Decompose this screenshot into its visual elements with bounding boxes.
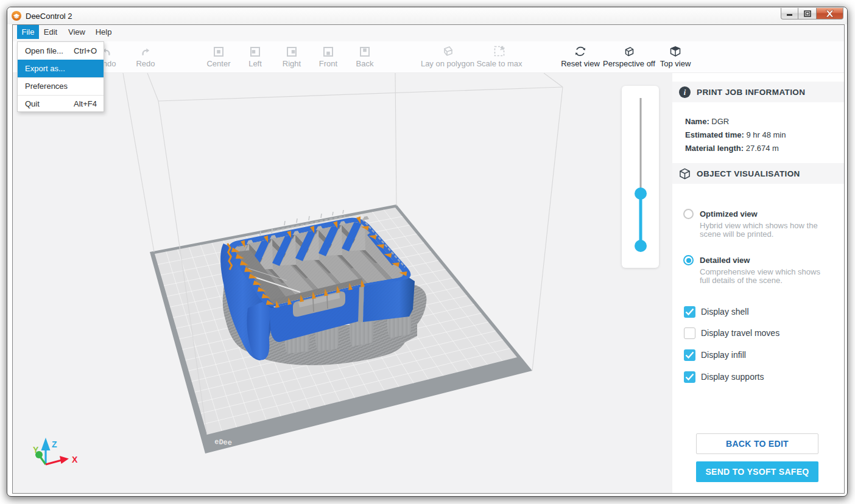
svg-text:Y: Y bbox=[33, 445, 39, 455]
svg-text:X: X bbox=[72, 455, 78, 464]
svg-text:Z: Z bbox=[52, 439, 57, 449]
svg-text:eDee: eDee bbox=[214, 438, 233, 447]
